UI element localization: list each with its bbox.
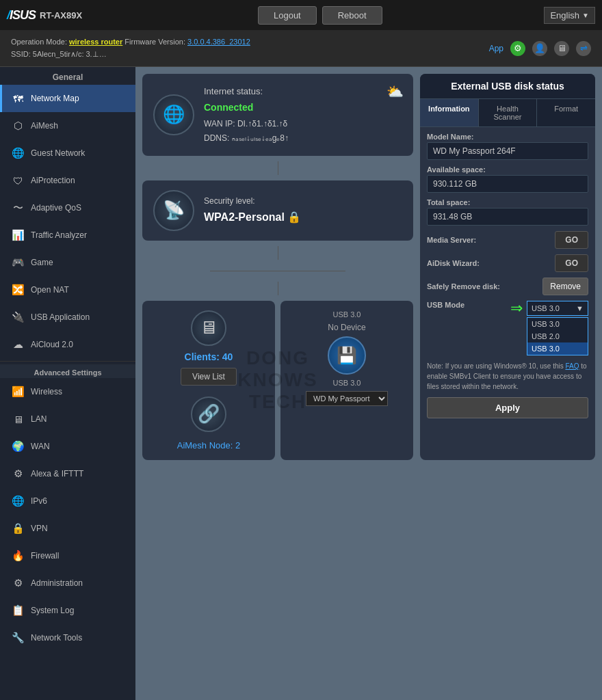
- language-label: English: [550, 10, 579, 21]
- media-server-go-button[interactable]: GO: [555, 231, 588, 249]
- usb-box-content: USB 3.0 No Device 💾 USB 3.0 WD My Passpo…: [290, 310, 404, 406]
- ssid-value: 5Alecn_5tir∧/c: 3.⊥…: [33, 50, 107, 58]
- lan-label: LAN: [31, 414, 47, 424]
- general-section-label: General: [0, 67, 135, 85]
- tab-health-scanner[interactable]: HealthScanner: [479, 99, 538, 126]
- sidebar-item-adaptive-qos[interactable]: 〜 Adaptive QoS: [0, 194, 135, 221]
- sidebar-item-usb-application[interactable]: 🔌 USB Application: [0, 304, 135, 331]
- logout-button[interactable]: Logout: [258, 6, 317, 25]
- right-panel-tabs: Information HealthScanner Format: [420, 99, 595, 127]
- usb-mode-dropdown[interactable]: USB 3.0 ▼: [527, 301, 588, 316]
- safely-remove-row: Safely Remove disk: Remove: [427, 278, 588, 295]
- op-mode-label: Operation Mode:: [11, 38, 69, 46]
- sidebar-item-network-map[interactable]: 🗺 Network Map: [0, 85, 135, 112]
- open-nat-icon: 🔀: [10, 282, 25, 297]
- sidebar-item-network-tools[interactable]: 🔧 Network Tools: [0, 624, 135, 651]
- game-label: Game: [31, 258, 53, 267]
- reboot-button[interactable]: Reboot: [322, 6, 382, 25]
- administration-label: Administration: [31, 578, 83, 588]
- user-icon[interactable]: 👤: [532, 41, 547, 56]
- clients-box: 🖥 Clients: 40 View List 🔗 AiMesh Node: 2: [142, 301, 275, 460]
- sidebar-item-firewall[interactable]: 🔥 Firewall: [0, 542, 135, 569]
- administration-icon: ⚙: [10, 576, 25, 591]
- sidebar-item-wan[interactable]: 🌍 WAN: [0, 433, 135, 460]
- sidebar-item-system-log[interactable]: 📋 System Log: [0, 597, 135, 624]
- tab-information[interactable]: Information: [420, 99, 479, 126]
- usb-no-device: No Device: [328, 323, 365, 332]
- top-bar: /ISUS RT-AX89X Logout Reboot English ▼: [0, 0, 602, 30]
- sidebar-item-aiprotection[interactable]: 🛡 AiProtection: [0, 167, 135, 194]
- clients-count: Clients: 40: [185, 351, 233, 362]
- router-box: 📡 Security level: WPA2-Personal 🔒: [142, 180, 413, 241]
- aiprotection-icon: 🛡: [10, 173, 25, 188]
- sidebar-item-vpn[interactable]: 🔒 VPN: [0, 515, 135, 542]
- security-label: Security level:: [204, 195, 301, 208]
- sidebar-item-ipv6[interactable]: 🌐 IPv6: [0, 487, 135, 515]
- router-info: Security level: WPA2-Personal 🔒: [204, 195, 301, 226]
- fw-value: 3.0.0.4.386_23012: [187, 38, 250, 46]
- info-bar-right: App ⚙ 👤 🖥 ⇌: [489, 41, 591, 56]
- sidebar-item-administration[interactable]: ⚙ Administration: [0, 569, 135, 597]
- view-list-button[interactable]: View List: [181, 368, 237, 386]
- sidebar-item-aimesh[interactable]: ⬡ AiMesh: [0, 112, 135, 139]
- usb-mode-arrow-icon: ⇒: [510, 299, 523, 317]
- traffic-analyzer-icon: 📊: [10, 228, 25, 243]
- aiprotection-label: AiProtection: [31, 176, 75, 185]
- network-map-label: Network Map: [31, 94, 79, 103]
- sidebar-item-aicloud[interactable]: ☁ AiCloud 2.0: [0, 331, 135, 358]
- usb-option-3-selected[interactable]: USB 3.0: [527, 342, 588, 355]
- model-name-label: Model Name:: [427, 133, 588, 141]
- usb-icon[interactable]: ⇌: [576, 41, 591, 56]
- tab-format[interactable]: Format: [537, 99, 595, 126]
- sidebar-item-wireless[interactable]: 📶 Wireless: [0, 378, 135, 405]
- weather-icon: ⛅: [387, 83, 404, 100]
- available-space-label: Available space:: [427, 165, 588, 174]
- bottom-boxes: 🖥 Clients: 40 View List 🔗 AiMesh Node: 2: [142, 301, 413, 460]
- faq-link[interactable]: FAQ: [565, 362, 579, 370]
- wireless-label: Wireless: [31, 387, 62, 396]
- usb-port-label: USB 3.0: [333, 310, 361, 319]
- usb-mode-label: USB Mode: [427, 301, 506, 309]
- usb-note: Note: If you are using Windows® 10, use …: [427, 361, 588, 392]
- sidebar-item-lan[interactable]: 🖥 LAN: [0, 405, 135, 433]
- total-space-value: 931.48 GB: [427, 208, 588, 226]
- apply-button[interactable]: Apply: [427, 397, 588, 418]
- firewall-icon: 🔥: [10, 548, 25, 563]
- available-space-field: Available space: 930.112 GB: [427, 165, 588, 193]
- right-panel: External USB disk status Information Hea…: [420, 74, 595, 460]
- usb-box: USB 3.0 No Device 💾 USB 3.0 WD My Passpo…: [280, 301, 413, 460]
- asus-logo: /ISUS: [7, 8, 36, 23]
- right-panel-body: Model Name: WD My Passport 264F Availabl…: [420, 127, 595, 424]
- aimesh-label: AiMesh: [31, 121, 58, 131]
- sidebar: General 🗺 Network Map ⬡ AiMesh 🌐 Guest N…: [0, 67, 135, 700]
- total-space-field: Total space: 931.48 GB: [427, 198, 588, 226]
- model-name: RT-AX89X: [40, 10, 82, 21]
- sidebar-item-alexa[interactable]: ⚙ Alexa & IFTTT: [0, 460, 135, 487]
- usb-option-3-top[interactable]: USB 3.0: [527, 318, 588, 330]
- aicloud-icon: ☁: [10, 337, 25, 352]
- model-name-value: WD My Passport 264F: [427, 142, 588, 160]
- sidebar-item-traffic-analyzer[interactable]: 📊 Traffic Analyzer: [0, 221, 135, 249]
- internet-info: Internet status: Connected WAN IP: DI.↑δ…: [204, 83, 289, 146]
- clients-box-content: 🖥 Clients: 40 View List 🔗 AiMesh Node: 2: [152, 310, 265, 450]
- internet-box: 🌐 Internet status: Connected WAN IP: DI.…: [142, 74, 413, 156]
- usb-model-select[interactable]: WD My Passport: [306, 391, 388, 406]
- dropdown-arrow-icon: ▼: [576, 304, 584, 312]
- system-log-label: System Log: [31, 606, 74, 615]
- usb-application-label: USB Application: [31, 312, 90, 322]
- right-panel-title: External USB disk status: [420, 74, 595, 99]
- aidisk-go-button[interactable]: GO: [555, 254, 588, 272]
- vpn-label: VPN: [31, 524, 48, 533]
- sidebar-item-guest-network[interactable]: 🌐 Guest Network: [0, 139, 135, 167]
- sidebar-item-open-nat[interactable]: 🔀 Open NAT: [0, 276, 135, 304]
- safely-remove-button[interactable]: Remove: [542, 278, 588, 295]
- available-space-value: 930.112 GB: [427, 175, 588, 193]
- sidebar-item-game[interactable]: 🎮 Game: [0, 249, 135, 276]
- usb-dropdown-container: USB 3.0 ▼ USB 3.0 USB 2.0 USB 3.0: [527, 301, 588, 355]
- settings-icon[interactable]: ⚙: [510, 41, 525, 56]
- guest-network-icon: 🌐: [10, 146, 25, 161]
- monitor-icon[interactable]: 🖥: [554, 41, 569, 56]
- language-select[interactable]: English ▼: [544, 7, 595, 24]
- content-area: 🌐 Internet status: Connected WAN IP: DI.…: [135, 67, 602, 700]
- usb-option-2[interactable]: USB 2.0: [527, 330, 588, 342]
